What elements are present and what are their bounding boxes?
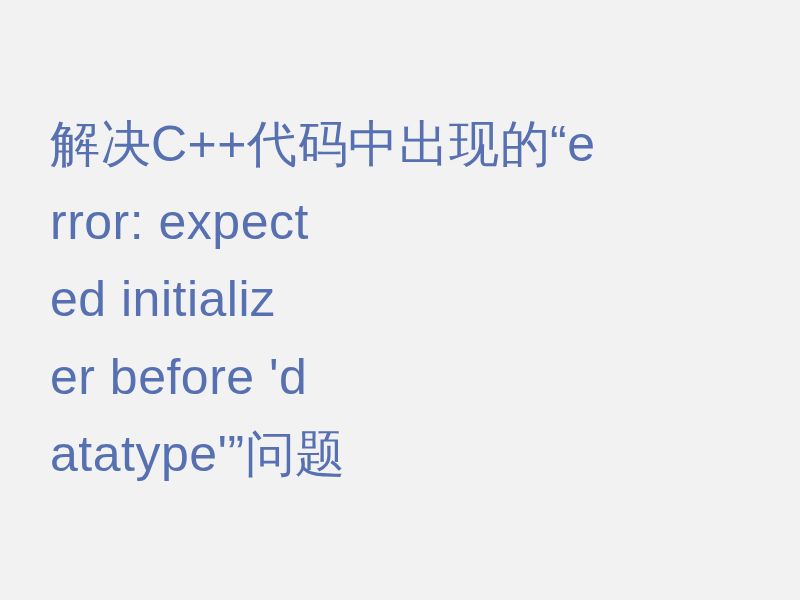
text-line-2: rror: expect: [50, 194, 309, 250]
text-line-5: atatype'”问题: [50, 426, 346, 482]
text-line-1: 解决C++代码中出现的“e: [50, 116, 595, 172]
text-line-4: er before 'd: [50, 349, 307, 405]
text-line-3: ed initializ: [50, 271, 276, 327]
document-text: 解决C++代码中出现的“e rror: expect ed initializ …: [50, 106, 595, 494]
